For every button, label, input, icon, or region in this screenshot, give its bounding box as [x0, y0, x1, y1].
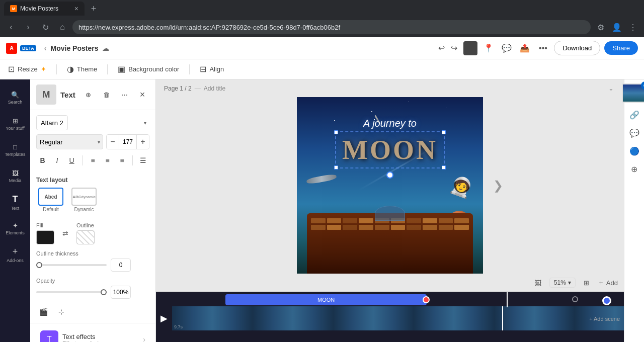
grid-view-icon[interactable]: ⊞ [580, 276, 594, 290]
sidebar-item-addons[interactable]: + Add-ons [3, 242, 27, 267]
outline-thickness-input[interactable] [111, 259, 131, 272]
new-tab-button[interactable]: + [87, 2, 101, 16]
rotate-handle[interactable] [386, 172, 393, 179]
back-button[interactable]: ‹ [4, 20, 18, 34]
align-left-button[interactable]: ≡ [87, 153, 99, 167]
bg-color-tool[interactable]: ▣ Background color [118, 64, 179, 74]
outline-thickness-slider[interactable] [36, 264, 107, 266]
sidebar-right-btn-3[interactable]: 🔵 [626, 143, 642, 159]
italic-button[interactable]: I [51, 153, 63, 167]
tab-close-button[interactable]: × [74, 5, 78, 13]
selection-handle-tr[interactable] [442, 130, 446, 134]
tab-bar: M Movie Posters × + [0, 0, 644, 17]
active-tab[interactable]: M Movie Posters × [4, 2, 85, 16]
zoom-control[interactable]: 51% ▾ [549, 278, 576, 288]
add-title-button[interactable]: Add title [204, 85, 225, 92]
refresh-button[interactable]: ↻ [38, 20, 52, 34]
color-swatch-preview[interactable] [463, 41, 477, 55]
address-bar[interactable]: https://new.express.adobe.com/id/urn:aai… [72, 20, 591, 34]
track-dot-blue[interactable] [602, 296, 611, 305]
theme-tool[interactable]: ◑ Theme [67, 64, 97, 74]
panel-more-button[interactable]: ⋯ [117, 88, 131, 102]
sidebar-item-media[interactable]: 🖼 Media [3, 164, 27, 188]
building-container [307, 213, 473, 274]
sidebar-right-btn-4[interactable]: ⊕ [626, 161, 642, 177]
font-style-select[interactable]: Regular [36, 134, 103, 149]
underline-button[interactable]: U [65, 153, 78, 167]
play-button[interactable]: ▶ [160, 313, 168, 324]
add-content-button[interactable]: ＋ Add [598, 278, 618, 287]
align-center-button[interactable]: ≡ [101, 153, 114, 167]
selection-handle-br[interactable] [442, 165, 446, 169]
align-right-button[interactable]: ≡ [116, 153, 128, 167]
sidebar-item-templates[interactable]: □ Templates [3, 138, 27, 162]
location-icon[interactable]: 📍 [481, 41, 496, 55]
font-family-select[interactable]: Alfarn 2 [36, 115, 68, 130]
font-size-decrease-button[interactable]: − [107, 135, 119, 149]
canvas-image[interactable]: A journey to MOON [297, 97, 483, 274]
fill-label: Fill [36, 222, 54, 228]
next-canvas-button[interactable]: ❯ [493, 179, 503, 193]
forward-button[interactable]: › [21, 20, 35, 34]
font-size-increase-button[interactable]: + [137, 135, 149, 149]
align-tool[interactable]: ⊟ Align [200, 64, 224, 74]
sidebar-item-elements[interactable]: ✦ Elements [3, 216, 27, 240]
font-size-input[interactable] [119, 135, 137, 149]
layout-default-option[interactable]: Abcd Default [36, 186, 65, 214]
cloud-icon[interactable]: ☁ [102, 44, 109, 52]
selection-handle-tl[interactable] [334, 130, 338, 134]
back-chevron[interactable]: ‹ [44, 44, 47, 52]
opacity-input[interactable] [111, 286, 131, 299]
fill-swap-button[interactable]: ⇄ [62, 229, 68, 237]
share-button[interactable]: Share [604, 41, 638, 55]
sidebar-item-search[interactable]: 🔍 Search [3, 86, 27, 110]
more-menu-button[interactable]: ••• [536, 41, 550, 55]
outline-color-swatch[interactable] [76, 230, 95, 244]
toolbar-divider-2 [107, 64, 108, 74]
moon-text-container[interactable]: MOON [335, 131, 445, 168]
window [327, 218, 342, 223]
sidebar-right-btn-1[interactable]: 🔗 [626, 107, 642, 123]
selection-handle-bl[interactable] [334, 165, 338, 169]
more-options-button[interactable]: ⋮ [626, 20, 640, 34]
format-divider2 [132, 155, 133, 165]
animation-icon[interactable]: 🎬 [36, 305, 50, 319]
sidebar-right-btn-2[interactable]: 💬 [626, 125, 642, 141]
format-divider [82, 155, 83, 165]
track-dot-outline[interactable] [572, 296, 578, 302]
zoom-chevron-icon: ▾ [568, 279, 571, 286]
motion-icon[interactable]: ⊹ [54, 305, 68, 319]
outline-group: Outline [76, 222, 95, 244]
redo-button[interactable]: ↪ [449, 42, 459, 54]
outline-thickness-label: Outline thickness [36, 250, 149, 256]
expand-button[interactable]: ⌄ [606, 82, 616, 94]
sidebar-item-text[interactable]: T Text [3, 190, 27, 214]
canvas-save-icon[interactable]: 🖼 [531, 276, 545, 290]
fill-color-swatch[interactable] [36, 230, 54, 244]
moon-track-bar[interactable]: MOON [225, 294, 427, 305]
extensions-button[interactable]: ⚙ [594, 20, 608, 34]
list-button[interactable]: ☰ [137, 153, 149, 167]
scrubber-row: ▶ 9.7s + Add scene [156, 306, 624, 330]
profile-button[interactable]: 👤 [610, 20, 624, 34]
scrubber-track[interactable]: 9.7s + Add scene [172, 306, 624, 330]
layout-dynamic-option[interactable]: ABCdynamic Dynamic [69, 186, 99, 214]
download-button[interactable]: Download [554, 41, 600, 55]
comment-icon[interactable]: 💬 [500, 41, 514, 55]
text-effects-item[interactable]: T Text effects Effects applied › [36, 327, 149, 342]
panel-close-button[interactable]: × [135, 88, 149, 102]
undo-button[interactable]: ↩ [436, 42, 447, 54]
home-button[interactable]: ⌂ [55, 20, 69, 34]
resize-tool[interactable]: ⊡ Resize ✦ [8, 64, 46, 74]
add-scene-button[interactable]: + Add scene [589, 316, 620, 322]
text-icon: T [13, 194, 18, 205]
track-dot-red[interactable] [423, 296, 430, 303]
opacity-slider[interactable] [36, 291, 107, 293]
sidebar-item-your-stuff[interactable]: ⊞ Your stuff [3, 112, 27, 136]
left-panel: M Text ⊕ 🗑 ⋯ × Alfarn 2 [30, 79, 156, 342]
bold-button[interactable]: B [36, 153, 49, 167]
page-info: Page 1 / 2 — Add title [164, 85, 225, 92]
publish-icon[interactable]: 📤 [518, 41, 532, 55]
panel-delete-button[interactable]: 🗑 [99, 88, 113, 102]
panel-copy-button[interactable]: ⊕ [81, 88, 95, 102]
